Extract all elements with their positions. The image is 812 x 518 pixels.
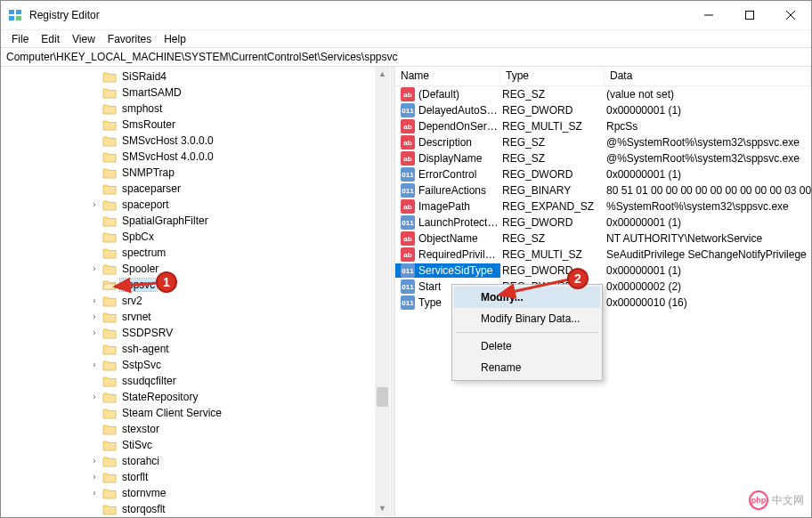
value-row[interactable]: DescriptionREG_SZ@%SystemRoot%\system32\… — [395, 134, 811, 150]
chevron-right-icon[interactable] — [90, 441, 99, 449]
menu-help[interactable]: Help — [158, 31, 191, 47]
tree-item-spbcx[interactable]: SpbCx — [81, 229, 391, 245]
tree-item-snmptrap[interactable]: SNMPTrap — [81, 165, 391, 181]
chevron-right-icon[interactable]: › — [90, 200, 99, 209]
tree-item-stexstor[interactable]: stexstor — [81, 421, 391, 437]
tree-item-spatialgraphfilter[interactable]: SpatialGraphFilter — [81, 213, 391, 229]
chevron-right-icon[interactable]: › — [90, 489, 99, 498]
tree-item-srvnet[interactable]: ›srvnet — [81, 309, 391, 325]
value-row[interactable]: ImagePathREG_EXPAND_SZ%SystemRoot%\syste… — [395, 198, 811, 214]
chevron-right-icon[interactable] — [90, 248, 99, 257]
value-name: LaunchProtected — [418, 216, 499, 229]
tree-item-storahci[interactable]: ›storahci — [81, 453, 391, 469]
tree-item-staterepository[interactable]: ›StateRepository — [81, 389, 391, 405]
value-list[interactable]: (Default)REG_SZ(value not set)DelayedAut… — [395, 86, 811, 311]
tree-scrollbar[interactable]: ▲ ▼ — [375, 67, 390, 516]
close-button[interactable] — [770, 1, 811, 29]
chevron-right-icon[interactable] — [90, 425, 99, 433]
chevron-right-icon[interactable] — [90, 376, 99, 385]
tree-item-sppsvc[interactable]: sppsvc — [81, 277, 391, 293]
chevron-right-icon[interactable] — [90, 72, 99, 81]
value-row[interactable]: DisplayNameREG_SZ@%SystemRoot%\system32\… — [395, 150, 811, 166]
chevron-right-icon[interactable]: › — [90, 473, 99, 482]
chevron-right-icon[interactable]: › — [90, 312, 99, 321]
chevron-right-icon[interactable] — [90, 136, 99, 145]
chevron-right-icon[interactable]: › — [90, 264, 99, 273]
tree-item-sisraid4[interactable]: SiSRaid4 — [81, 69, 391, 85]
menu-file[interactable]: File — [6, 31, 34, 47]
column-data[interactable]: Data — [605, 67, 811, 85]
value-row[interactable]: RequiredPrivileg...REG_MULTI_SZSeAuditPr… — [395, 247, 811, 263]
menu-modify[interactable]: Modify... — [454, 287, 600, 308]
scroll-thumb[interactable] — [377, 387, 388, 407]
menu-edit[interactable]: Edit — [36, 31, 65, 47]
tree-item-spooler[interactable]: ›Spooler — [81, 261, 391, 277]
key-tree[interactable]: SiSRaid4SmartSAMDsmphostSmsRouterSMSvcHo… — [1, 67, 391, 516]
chevron-right-icon[interactable]: › — [90, 296, 99, 305]
tree-item-smsvchost-3-0-0-0[interactable]: SMSvcHost 3.0.0.0 — [81, 133, 391, 149]
tree-item-label: ssh-agent — [120, 343, 171, 355]
tree-item-ssudqcfilter[interactable]: ssudqcfilter — [81, 373, 391, 389]
menu-view[interactable]: View — [67, 31, 101, 47]
tree-item-sstpsvc[interactable]: ›SstpSvc — [81, 357, 391, 373]
tree-item-storqosflt[interactable]: storqosflt — [81, 501, 391, 516]
menu-modify-binary[interactable]: Modify Binary Data... — [454, 308, 600, 329]
tree-item-stisvc[interactable]: StiSvc — [81, 437, 391, 453]
minimize-button[interactable] — [688, 1, 729, 29]
chevron-right-icon[interactable] — [90, 184, 99, 193]
chevron-right-icon[interactable] — [90, 344, 99, 353]
maximize-button[interactable] — [729, 1, 770, 29]
folder-icon — [102, 423, 117, 435]
value-row[interactable]: DelayedAutoStartREG_DWORD0x00000001 (1) — [395, 102, 811, 118]
tree-item-steam-client-service[interactable]: Steam Client Service — [81, 405, 391, 421]
value-row[interactable]: ErrorControlREG_DWORD0x00000001 (1) — [395, 166, 811, 182]
column-name[interactable]: Name — [395, 67, 500, 85]
chevron-right-icon[interactable] — [90, 216, 99, 225]
tree-item-spaceport[interactable]: ›spaceport — [81, 197, 391, 213]
chevron-right-icon[interactable]: › — [90, 360, 99, 369]
value-row[interactable]: DependOnServiceREG_MULTI_SZRpcSs — [395, 118, 811, 134]
string-value-icon — [401, 151, 415, 166]
tree-item-storflt[interactable]: ›storflt — [81, 469, 391, 485]
value-row[interactable]: ServiceSidTypeREG_DWORD0x00000001 (1) — [395, 263, 811, 279]
chevron-right-icon[interactable] — [90, 505, 99, 514]
tree-item-label: spaceparser — [120, 182, 183, 195]
value-row[interactable]: (Default)REG_SZ(value not set) — [395, 86, 811, 102]
tree-item-smphost[interactable]: smphost — [81, 101, 391, 117]
tree-item-spectrum[interactable]: spectrum — [81, 245, 391, 261]
menu-rename[interactable]: Rename — [454, 357, 600, 378]
value-row[interactable]: ObjectNameREG_SZNT AUTHORITY\NetworkServ… — [395, 231, 811, 247]
chevron-right-icon[interactable] — [90, 88, 99, 97]
column-type[interactable]: Type — [500, 67, 605, 85]
tree-item-smsvchost-4-0-0-0[interactable]: SMSvcHost 4.0.0.0 — [81, 149, 391, 165]
chevron-right-icon[interactable] — [90, 409, 99, 417]
chevron-right-icon[interactable] — [90, 280, 99, 289]
close-icon — [786, 11, 795, 20]
tree-item-ssdpsrv[interactable]: ›SSDPSRV — [81, 325, 391, 341]
chevron-right-icon[interactable] — [90, 120, 99, 129]
tree-item-smartsamd[interactable]: SmartSAMD — [81, 85, 391, 101]
chevron-right-icon[interactable]: › — [90, 393, 99, 401]
tree-item-stornvme[interactable]: ›stornvme — [81, 485, 391, 501]
value-row[interactable]: FailureActionsREG_BINARY80 51 01 00 00 0… — [395, 182, 811, 198]
tree-item-ssh-agent[interactable]: ssh-agent — [81, 341, 391, 357]
tree-item-smsrouter[interactable]: SmsRouter — [81, 117, 391, 133]
chevron-right-icon[interactable] — [90, 232, 99, 241]
folder-icon — [102, 327, 117, 339]
menu-delete[interactable]: Delete — [454, 336, 600, 357]
chevron-right-icon[interactable] — [90, 104, 99, 113]
svg-rect-3 — [16, 16, 21, 20]
chevron-right-icon[interactable] — [90, 152, 99, 161]
chevron-right-icon[interactable] — [90, 168, 99, 177]
chevron-right-icon[interactable]: › — [90, 328, 99, 337]
chevron-right-icon[interactable]: › — [90, 457, 99, 465]
address-bar[interactable]: Computer\HKEY_LOCAL_MACHINE\SYSTEM\Curre… — [1, 47, 811, 67]
scroll-up-arrow[interactable]: ▲ — [375, 67, 390, 82]
value-row[interactable]: LaunchProtectedREG_DWORD0x00000001 (1) — [395, 214, 811, 231]
tree-item-srv2[interactable]: ›srv2 — [81, 293, 391, 309]
list-header: Name Type Data — [395, 67, 811, 86]
tree-item-label: spectrum — [120, 247, 167, 259]
scroll-down-arrow[interactable]: ▼ — [375, 501, 390, 516]
tree-item-spaceparser[interactable]: spaceparser — [81, 181, 391, 197]
menu-favorites[interactable]: Favorites — [102, 31, 157, 47]
